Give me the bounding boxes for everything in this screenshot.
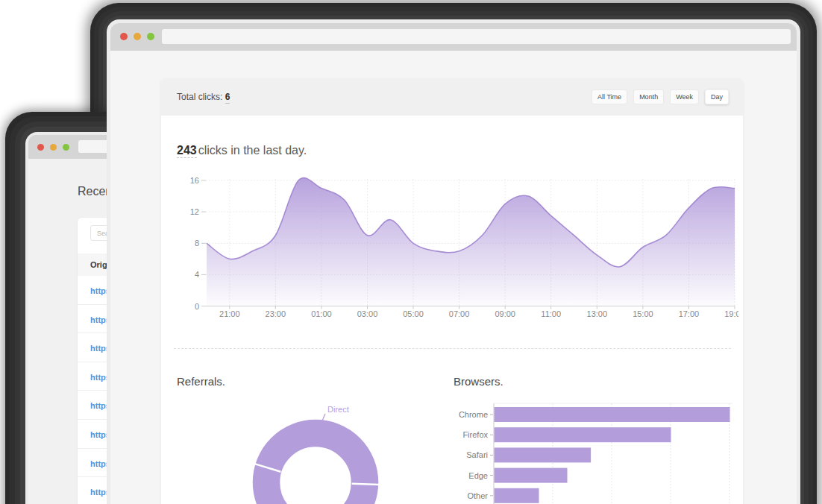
window-controls xyxy=(37,144,75,151)
clicks-area-chart: 21:0023:0001:0003:0005:0007:0009:0011:00… xyxy=(172,168,738,322)
close-button[interactable] xyxy=(120,33,128,40)
bar-safari xyxy=(495,447,592,462)
zoom-button[interactable] xyxy=(63,144,69,151)
bar-label-edge: Edge xyxy=(468,471,488,480)
referrals-donut-chart: Direct xyxy=(246,394,403,504)
bar-firefox xyxy=(495,427,671,442)
x-tick-label: 09:00 xyxy=(495,309,515,318)
x-tick-label: 01:00 xyxy=(311,309,332,318)
minimize-button[interactable] xyxy=(134,33,141,40)
x-tick-label: 05:00 xyxy=(403,309,424,318)
minimize-button[interactable] xyxy=(50,144,57,151)
doughnut-ring xyxy=(266,433,365,504)
segment-divider xyxy=(352,484,380,485)
clicks-count: 243 xyxy=(177,144,197,158)
x-tick-label: 17:00 xyxy=(679,309,700,318)
clicks-headline: 243clicks in the last day. xyxy=(177,144,307,157)
range-button-day[interactable]: Day xyxy=(705,89,729,104)
stats-bar: Total clicks: 6 All TimeMonthWeekDay xyxy=(161,78,743,116)
x-tick-label: 15:00 xyxy=(633,309,653,318)
y-tick-label: 4 xyxy=(195,270,199,279)
x-tick-label: 19:00 xyxy=(724,309,738,318)
range-button-week[interactable]: Week xyxy=(670,89,699,104)
bar-label-firefox: Firefox xyxy=(462,430,488,439)
x-tick-label: 11:00 xyxy=(541,309,561,318)
range-button-all-time[interactable]: All Time xyxy=(592,89,627,104)
clicks-headline-text: clicks in the last day. xyxy=(198,144,307,157)
referrals-title: Referrals. xyxy=(177,375,225,388)
address-bar[interactable] xyxy=(162,29,791,44)
bar-edge xyxy=(495,468,568,483)
total-clicks-value: 6 xyxy=(225,92,230,104)
total-clicks-label: Total clicks: xyxy=(177,92,222,102)
page: Recent Original URL https://https://http… xyxy=(0,0,822,504)
analytics-card: Total clicks: 6 All TimeMonthWeekDay 243… xyxy=(161,78,743,504)
area-series-fill xyxy=(207,178,735,306)
bar-other xyxy=(495,488,539,503)
bar-label-safari: Safari xyxy=(466,450,488,459)
titlebar xyxy=(110,23,797,51)
area-chart-svg: 21:0023:0001:0003:0005:0007:0009:0011:00… xyxy=(172,168,738,322)
browsers-title: Browsers. xyxy=(454,375,503,388)
y-tick-label: 8 xyxy=(195,239,199,248)
time-range-buttons: All TimeMonthWeekDay xyxy=(592,89,729,104)
bar-label-other: Other xyxy=(467,491,488,500)
close-button[interactable] xyxy=(37,144,44,151)
range-button-month[interactable]: Month xyxy=(633,89,664,104)
zoom-button[interactable] xyxy=(147,33,154,40)
bar-label-chrome: Chrome xyxy=(459,410,488,419)
window-controls xyxy=(120,33,160,40)
y-tick-label: 12 xyxy=(190,207,199,216)
bar-chrome xyxy=(495,407,730,422)
x-tick-label: 03:00 xyxy=(357,309,378,318)
section-divider xyxy=(174,348,731,349)
direct-slice-label: Direct xyxy=(327,405,349,414)
y-tick-label: 16 xyxy=(190,176,199,185)
x-tick-label: 13:00 xyxy=(587,309,608,318)
x-tick-label: 07:00 xyxy=(449,309,470,318)
y-tick-label: 0 xyxy=(195,302,199,311)
doughnut-svg: Direct xyxy=(246,394,403,504)
total-clicks: Total clicks: 6 xyxy=(177,92,230,102)
bar-chart-svg: ChromeFirefoxSafariEdgeOther xyxy=(451,398,744,504)
foreground-browser-window: Total clicks: 6 All TimeMonthWeekDay 243… xyxy=(110,23,797,504)
x-tick-label: 23:00 xyxy=(266,309,286,318)
x-tick-label: 21:00 xyxy=(219,309,240,318)
browsers-bar-chart: ChromeFirefoxSafariEdgeOther xyxy=(451,398,744,504)
